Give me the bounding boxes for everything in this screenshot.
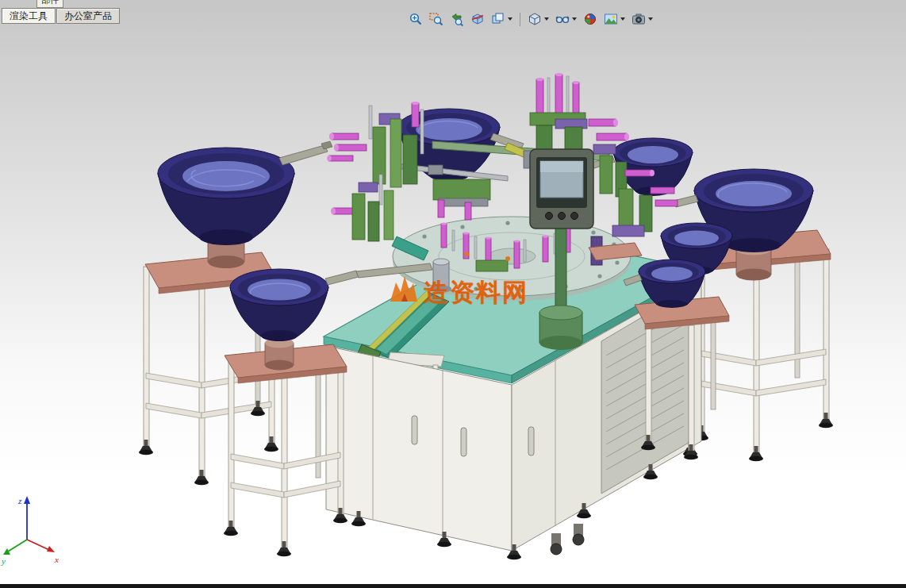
door-handle[interactable] — [412, 416, 417, 444]
door-handle[interactable] — [528, 427, 534, 455]
hmi-button[interactable] — [559, 213, 566, 220]
hide-show-items-icon — [555, 12, 570, 26]
heads-up-toolbar — [406, 10, 655, 28]
display-style-icon — [528, 12, 542, 26]
tab-clipped-label: 部件 — [41, 0, 59, 6]
view-settings-icon — [632, 12, 646, 26]
dropdown-caret-icon — [544, 17, 549, 21]
3d-viewport[interactable] — [0, 0, 906, 588]
view-orientation-icon — [491, 12, 505, 26]
triad-y-label: y — [1, 556, 6, 566]
door-handle[interactable] — [461, 428, 466, 456]
display-style-button[interactable] — [525, 10, 551, 28]
hmi-button[interactable] — [571, 213, 578, 220]
tab-clipped-partial[interactable]: 部件 — [36, 0, 63, 8]
dropdown-caret-icon — [648, 17, 653, 21]
triad-x-label: x — [54, 555, 59, 564]
view-settings-button[interactable] — [629, 10, 655, 28]
section-view-button[interactable] — [468, 10, 487, 28]
previous-view-icon — [450, 12, 464, 26]
zoom-to-fit-button[interactable] — [406, 10, 425, 28]
triad-z-label: z — [17, 496, 22, 505]
previous-view-button[interactable] — [447, 10, 466, 28]
solidworks-window: 造资料网 部件 渲染工具 办公室产品 — [0, 0, 906, 588]
dropdown-caret-icon — [620, 17, 625, 21]
apply-scene-button[interactable] — [601, 10, 628, 28]
toolbar-separator — [520, 13, 520, 26]
dropdown-caret-icon — [572, 17, 577, 21]
orientation-triad[interactable]: z x y — [0, 490, 63, 569]
apply-scene-icon — [604, 12, 618, 26]
zoom-to-fit-icon — [409, 12, 423, 26]
zoom-to-area-button[interactable] — [427, 10, 446, 28]
view-orientation-button[interactable] — [489, 10, 515, 28]
edit-appearance-icon — [583, 12, 597, 26]
status-bar — [0, 584, 906, 588]
section-view-icon — [470, 12, 485, 26]
zoom-to-area-icon — [429, 12, 443, 26]
hmi-button[interactable] — [546, 213, 553, 220]
command-manager-tabs: 渲染工具 办公室产品 — [2, 8, 121, 24]
dropdown-caret-icon — [508, 17, 513, 21]
hide-show-items-button[interactable] — [553, 10, 579, 28]
tab-render-tools[interactable]: 渲染工具 — [2, 8, 56, 24]
tab-office-products[interactable]: 办公室产品 — [56, 8, 120, 24]
edit-appearance-button[interactable] — [581, 10, 600, 28]
